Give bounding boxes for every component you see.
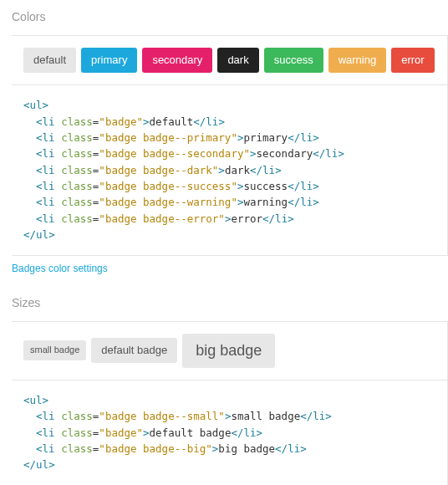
badge-color-error: error — [391, 48, 434, 73]
panel-colors: defaultprimarysecondarydarksuccesswarnin… — [12, 35, 448, 256]
badge-color-default: default — [23, 48, 76, 73]
section-title-sizes: Sizes — [12, 296, 448, 309]
badge-color-dark: dark — [217, 48, 258, 73]
badge-size-small-badge: small badge — [23, 340, 86, 360]
panel-sizes: small badgedefault badgebig badge <ul> <… — [12, 321, 448, 485]
badge-size-default-badge: default badge — [91, 338, 177, 363]
badge-color-secondary: secondary — [142, 48, 212, 73]
section-title-colors: Colors — [12, 10, 448, 23]
badge-color-success: success — [264, 48, 323, 73]
badge-size-big-badge: big badge — [182, 334, 275, 368]
code-block-sizes: <ul> <li class="badge badge--small">smal… — [12, 380, 447, 485]
badge-color-warning: warning — [328, 48, 387, 73]
code-block-colors: <ul> <li class="badge">default</li> <li … — [12, 85, 447, 254]
badge-row-sizes: small badgedefault badgebig badge — [12, 322, 447, 380]
badge-row-colors: defaultprimarysecondarydarksuccesswarnin… — [12, 36, 447, 85]
badge-color-primary: primary — [81, 48, 137, 73]
link-colors-settings[interactable]: Badges color settings — [12, 263, 108, 274]
